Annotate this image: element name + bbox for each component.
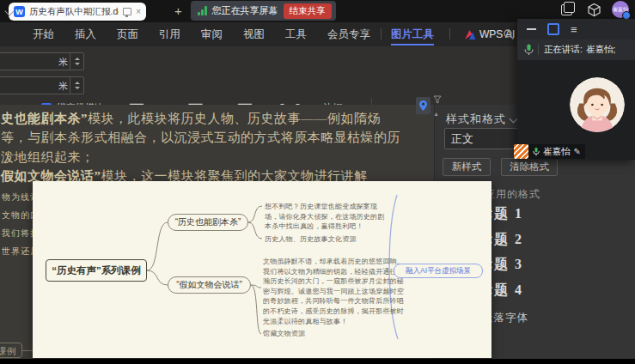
new-tab-button[interactable]: + <box>174 3 182 20</box>
signal-icon <box>198 6 207 15</box>
document-line: 泼地组织起来； <box>1 148 403 167</box>
3d-box-icon[interactable] <box>587 3 601 17</box>
share-indicator-icon <box>514 144 528 159</box>
participant-name-bar: 崔嘉怡 ✎ <box>514 144 585 159</box>
document-tab[interactable]: W 历史有声队中期汇报.docx × <box>9 3 146 21</box>
pin-icon <box>419 100 427 111</box>
chevron-down-icon[interactable] <box>510 115 518 124</box>
wps-logo-icon: W <box>14 6 25 17</box>
wps-ai-icon <box>464 29 476 40</box>
menu-divider <box>381 28 382 39</box>
clear-format-button[interactable]: 清除格式 <box>501 158 558 176</box>
mindmap-leaf-text: 历史人物、历史故事文化资源 <box>265 234 394 245</box>
speaking-label: 正在讲话: <box>544 44 583 56</box>
menu-tab[interactable]: 插入 <box>64 22 107 46</box>
microphone-icon[interactable] <box>524 44 534 56</box>
mindmap-leaf-text: 馆藏文物资源 <box>263 329 392 339</box>
menu-tab[interactable]: 页面 <box>107 22 149 46</box>
document-line: 史也能剧本杀”模块，此模块将历史人物、历史故事——例如隋炀 <box>1 109 403 128</box>
screen-share-banner: 您正在共享屏幕 结束共享 <box>191 1 336 21</box>
mindmap-root-node: “历史有声”系列课例 <box>46 259 147 282</box>
close-tab-icon[interactable]: × <box>136 8 141 16</box>
mindmap-image[interactable]: “历史有声”系列课例 “历史也能剧本杀” “假如文物会说话” 想不到吧？历史课堂… <box>33 181 492 358</box>
speaking-name: 崔嘉怡; <box>586 44 615 56</box>
menu-tab[interactable]: 开始 <box>22 22 64 46</box>
document-paragraphs: 史也能剧本杀”模块，此模块将历史人物、历史故事——例如隋炀 等，与剧本杀形式相融… <box>1 109 403 186</box>
menu-tab[interactable]: 视图 <box>233 22 275 46</box>
menu-tab[interactable]: 审阅 <box>191 22 233 46</box>
width-field[interactable]: 米 <box>0 76 84 94</box>
participant-name: 崔嘉怡 <box>543 146 571 158</box>
filter-tool-icon[interactable] <box>433 95 442 104</box>
height-field[interactable]: 米 <box>0 52 84 70</box>
new-style-button[interactable]: 新样式 <box>443 158 491 176</box>
layout-view-icon[interactable] <box>547 23 559 35</box>
share-status-text: 您正在共享屏幕 <box>212 4 278 17</box>
search-icon[interactable] <box>503 28 515 40</box>
menu-tab[interactable]: 会员专享 <box>317 22 381 46</box>
document-tab-title: 历史有声队中期汇报.docx <box>29 6 119 18</box>
mindmap-branch-node: “历史也能剧本杀” <box>168 214 248 231</box>
minimize-icon[interactable] <box>527 28 536 30</box>
avatar-girl-illustration <box>570 77 625 132</box>
mindmap-leaf-text: 想不到吧？历史课堂也能变成探案现场，请你化身大侦探，在这场历史的剧本杀中找出真凶… <box>265 202 387 232</box>
width-value: 米 <box>58 80 68 93</box>
menu-tab[interactable]: 工具 <box>275 22 317 46</box>
background-mindmap-node: 系列课例 <box>0 343 22 358</box>
height-value: 米 <box>58 56 68 69</box>
mindmap-branch-node: “假如文物会说话” <box>168 276 251 294</box>
pin-tool-button[interactable] <box>416 97 430 114</box>
mindmap-ai-node: 融入AI平台虚拟场景 <box>394 264 483 278</box>
monitor-icon[interactable] <box>123 8 131 15</box>
tabs-overview-icon[interactable] <box>561 4 572 15</box>
mindmap-leaf-text: 文物虽静默不语，却承载着历史的悠悠回响。我们将以文物为精细的钥匙，轻轻撬开通往浩… <box>263 257 409 326</box>
participant-tile: 崔嘉怡 ✎ <box>517 60 635 160</box>
menu-divider <box>449 28 450 39</box>
styles-panel-title: 样式和格式 <box>446 112 506 127</box>
menu-tab[interactable]: 图片工具 <box>381 22 444 46</box>
document-floating-tools: ▲ <box>416 97 430 114</box>
menu-tab[interactable]: 引用 <box>149 22 191 46</box>
meeting-panel: ≡ 正在讲话: 崔嘉怡; <box>517 19 635 160</box>
account-avatar[interactable]: 崔嘉怡 <box>612 1 629 18</box>
participant-name-chip: 崔嘉怡 ✎ <box>528 144 585 159</box>
width-stepper[interactable] <box>70 77 83 94</box>
meeting-panel-header: ≡ <box>517 19 635 39</box>
applied-formats-label: 应用的格式 <box>485 187 540 202</box>
participant-avatar <box>570 77 625 132</box>
end-share-button[interactable]: 结束共享 <box>284 3 332 19</box>
participant-list-icon[interactable]: ≡ <box>571 24 577 35</box>
microphone-icon <box>533 147 540 156</box>
screen-edge <box>0 359 635 364</box>
speaking-status-bar: 正在讲话: 崔嘉怡; <box>517 39 635 61</box>
document-line: 等，与剧本杀形式相融合，以沉浸式互动的方式将原本略显枯燥的历 <box>1 128 403 147</box>
height-stepper[interactable] <box>70 53 83 70</box>
status-divider <box>538 45 539 55</box>
expand-tool-icon[interactable]: ▲ <box>433 111 439 117</box>
edit-name-icon[interactable]: ✎ <box>574 147 581 156</box>
